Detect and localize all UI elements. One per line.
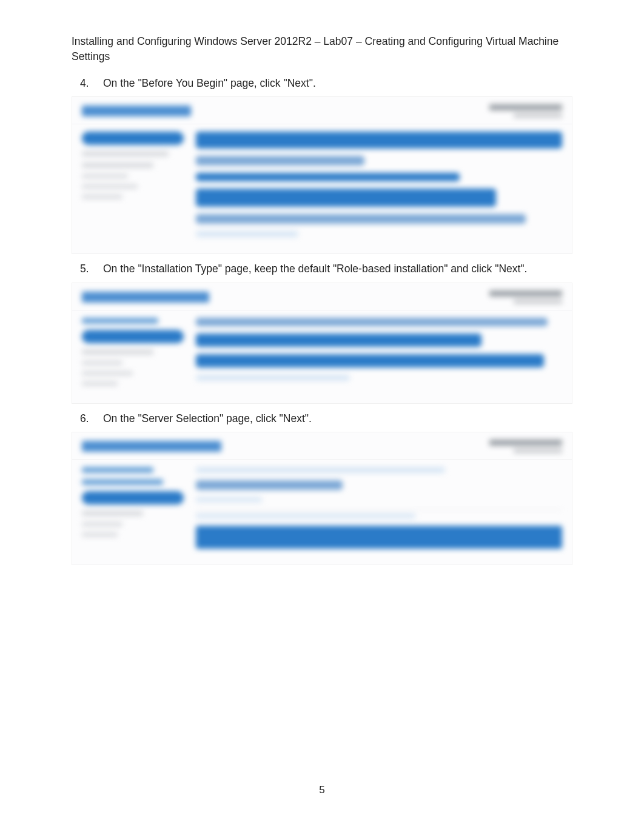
table-row-selected: [196, 526, 562, 549]
content-block: [196, 173, 460, 181]
wizard-destination: [489, 290, 562, 304]
step-6: 6. On the "Server Selection" page, click…: [72, 411, 572, 426]
content-block: [196, 318, 548, 326]
content-block: [196, 189, 496, 207]
content-block: [196, 231, 298, 237]
step-text: On the "Before You Begin" page, click "N…: [103, 77, 316, 89]
nav-item: [82, 532, 118, 537]
step-4: 4. On the "Before You Begin" page, click…: [72, 76, 572, 91]
content-block: [196, 497, 262, 502]
nav-item: [82, 174, 128, 178]
step-text: On the "Installation Type" page, keep th…: [103, 263, 527, 275]
wizard-title: [82, 292, 209, 303]
wizard-header: [72, 432, 572, 460]
nav-item: [82, 195, 122, 199]
nav-item: [82, 361, 122, 365]
nav-item: [82, 479, 163, 485]
nav-item: [82, 163, 153, 168]
nav-item-active: [82, 491, 184, 505]
content-block: [196, 156, 364, 166]
wizard-destination: [489, 104, 562, 118]
wizard-before-you-begin: [72, 96, 572, 254]
nav-item-active: [82, 132, 184, 145]
step-5: 5. On the "Installation Type" page, keep…: [72, 261, 572, 277]
content-block: [196, 354, 544, 367]
step-number: 4.: [80, 76, 89, 91]
wizard-content: [196, 467, 562, 549]
page-number: 5: [0, 784, 644, 796]
wizard-content: [196, 318, 562, 386]
nav-item: [82, 151, 169, 156]
nav-item: [82, 371, 133, 375]
step-number: 6.: [80, 411, 89, 426]
nav-item: [82, 318, 158, 324]
content-block: [196, 132, 562, 149]
nav-item: [82, 511, 143, 516]
document-title: Installing and Configuring Windows Serve…: [72, 35, 558, 62]
nav-item-active: [82, 330, 184, 343]
wizard-nav: [82, 467, 184, 549]
wizard-body: [72, 460, 572, 558]
content-block: [196, 480, 343, 490]
content-block: [196, 467, 445, 473]
wizard-installation-type: [72, 283, 572, 404]
step-text: On the "Server Selection" page, click "N…: [103, 412, 312, 424]
wizard-title: [82, 441, 221, 452]
wizard-body: [72, 310, 572, 395]
wizard-header: [72, 97, 572, 124]
wizard-content: [196, 132, 562, 237]
nav-item: [82, 522, 122, 526]
wizard-title: [82, 106, 191, 116]
wizard-header: [72, 283, 572, 310]
wizard-server-selection: [72, 432, 572, 565]
table-header: [196, 514, 415, 518]
step-number: 5.: [80, 261, 89, 277]
document-header: Installing and Configuring Windows Serve…: [72, 34, 572, 65]
content-block: [196, 334, 481, 347]
content-block: [196, 375, 350, 381]
wizard-destination: [489, 440, 562, 453]
nav-item: [82, 184, 138, 189]
wizard-nav: [82, 132, 184, 237]
content-block: [196, 214, 526, 224]
wizard-nav: [82, 318, 184, 386]
nav-item: [82, 381, 118, 386]
nav-item: [82, 467, 153, 473]
nav-item: [82, 349, 153, 355]
wizard-body: [72, 124, 572, 247]
